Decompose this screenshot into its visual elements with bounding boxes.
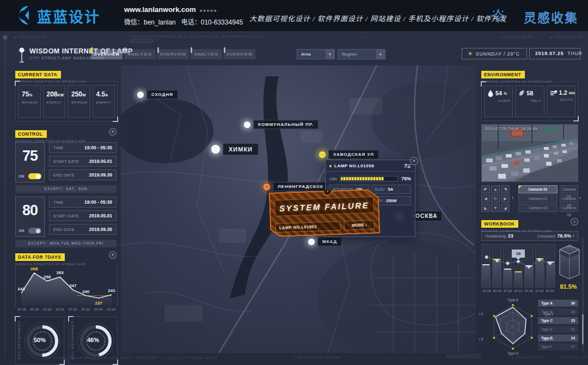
camera-feed[interactable]: 2019.07.25 THUR 18:26:09 (481, 124, 578, 182)
decor-text: ■TRAVEL BOTH (14, 35, 46, 39)
workbook-total-pct: 81.5% (556, 283, 580, 290)
camera-02-button[interactable]: Camera 02 (518, 194, 558, 203)
map-pin-mkad[interactable]: МКАД (308, 237, 342, 246)
svg-text:240: 240 (82, 289, 90, 294)
tab-analysis-2[interactable]: ANALYSIS (191, 49, 222, 59)
camera-01-button[interactable]: Camera 01 (518, 185, 558, 193)
humidity-icon (487, 89, 494, 97)
pan-up-button[interactable]: ▲ (491, 185, 500, 193)
more-button[interactable]: MORE › (344, 220, 375, 230)
current-data-panel: 75% BRINESS 208KW ENERGY 250W BRINESS 4.… (15, 81, 118, 121)
lbn-value: 75% (401, 176, 411, 181)
pan-left-button[interactable]: ◀ (481, 194, 490, 203)
weather-chip: ☀SUNNDAY / 29°C (462, 48, 527, 59)
camera-list-col2: Camera 04 Camera 05 Camera 06 (560, 185, 578, 212)
map-pin-kommunalny[interactable]: КОММУНАЛЬНЫЙ ПР. (244, 120, 318, 129)
legend-type-a[interactable]: Type A36 (538, 300, 578, 307)
refresh-icon[interactable]: ↻ (491, 194, 500, 203)
camera-list-next-icon[interactable]: › (579, 194, 585, 203)
dim-level-box: 80 ON (15, 197, 45, 237)
stat-tile-ampere: 4.5A ENERGY (93, 85, 115, 118)
env-tile-wind: 1.2m/s SOUTH (547, 86, 576, 117)
leaf-icon (518, 89, 525, 97)
camera-04-button[interactable]: Camera 04 (560, 185, 578, 193)
lamp-toggle[interactable] (28, 228, 41, 234)
map-pin-leningradskoe[interactable]: ЛЕНИНГРАДСКОЕ Ш (264, 182, 335, 191)
pan-down-left-button[interactable]: ◣ (481, 204, 490, 212)
decor-text: ■TRAVEL BOTH (501, 35, 533, 39)
popup-cell-dleu: DLEU 5A (371, 185, 411, 194)
week-chart: 243268258263247240237241 (15, 264, 118, 307)
control-title: CONTROL RUNNING CONDITION OF STREETLAMP (15, 128, 86, 143)
lanlan-logo-icon (12, 5, 34, 26)
wind-icon (550, 89, 558, 96)
sliders-icon[interactable] (404, 163, 411, 168)
pan-up-left-button[interactable]: ◤ (481, 185, 490, 193)
failure-title: SYSTEM FAILURE (279, 200, 370, 213)
map-zoom-scrollbar (582, 238, 584, 352)
svg-text:Type E: Type E (479, 337, 484, 342)
end-date-row: END DATE2019.09.30 (49, 224, 117, 235)
camera-06-button[interactable]: Camera 06 (560, 204, 578, 212)
map-pin-zavodskaya[interactable]: ЗАВОДСКАЯ УЛ (319, 150, 379, 159)
map-pin-khimki[interactable]: ХИМКИ (211, 143, 259, 155)
area-select[interactable]: Area ▾ (297, 49, 335, 59)
decor-text: ■TRAVEL BOTH (512, 356, 544, 359)
brightness-bar[interactable] (340, 176, 398, 181)
except-days: EXCEPT：SAT、SUN (15, 185, 117, 193)
legend-type-d[interactable]: Type D31 (538, 326, 578, 333)
pan-right-button[interactable]: ▶ (501, 194, 510, 203)
start-date-row: START DATE2019.05.01 (49, 156, 117, 167)
region-select[interactable]: Region ▾ (338, 49, 385, 59)
tab-overview-2[interactable]: OVERVIEW (157, 49, 189, 59)
map-pin-skhodnya[interactable]: СХОДНЯ (137, 90, 178, 99)
contact-info: 微信：ben_lanlan 电话：010-63334945 (124, 17, 243, 26)
legend-type-b[interactable]: Type B28 (538, 308, 578, 315)
tab-analysis-1[interactable]: ANALYSIS (124, 49, 156, 59)
decor-text: ■TRAVEL BOTH (550, 35, 582, 39)
dashboard: ■TRAVEL BOTH THE ROADS DIVERGED IN A YEL… (0, 31, 588, 365)
week-chart-xlabels: 07.1807.1907.2007.2107.2207.2307.2407.24 (15, 308, 118, 311)
svg-text:258: 258 (44, 275, 51, 279)
state-label: ON (19, 174, 24, 178)
camera-list-prev-icon[interactable]: ‹ (512, 194, 517, 203)
svg-text:Type A: Type A (507, 298, 519, 302)
lamp-toggle[interactable] (28, 173, 41, 179)
pan-down-button[interactable]: ▼ (491, 204, 500, 212)
camera-05-button[interactable]: Camera 05 (560, 194, 578, 203)
gauge-value: 50% (16, 337, 64, 343)
add-control-button[interactable]: + (109, 128, 117, 136)
end-date-row: END DATE2019.09.30 (49, 169, 117, 180)
dim-level-value: 80 (16, 202, 44, 219)
svg-text:241: 241 (108, 288, 115, 293)
pan-up-right-button[interactable]: ◥ (501, 185, 510, 193)
pin-dot-icon (244, 121, 250, 128)
workbook-stats: Outstanding: 23 Compared: 76.5% ↑ (481, 231, 578, 241)
brand-name: 蓝蓝设计 (37, 5, 100, 27)
tab-overview-1[interactable]: OVERVIEW (91, 49, 122, 59)
arrows-decor: ▸▸▸▸▸ (200, 8, 218, 13)
decor-progress: ―――――――――▭――――――― (327, 35, 391, 39)
camera-list-col1: Camera 01 Camera 02 Camera 03 (518, 185, 558, 212)
expand-week-chart-button[interactable]: + (109, 251, 117, 259)
close-icon[interactable]: × (410, 157, 418, 165)
stat-tile-briness: 75% BRINESS (18, 85, 41, 118)
decor-text: THE ROADS DIVERGED (294, 356, 341, 359)
camera-03-button[interactable]: Camera 03 (518, 204, 558, 212)
3d-cube-gauge (559, 244, 580, 280)
svg-text:268: 268 (30, 266, 38, 271)
tab-overview-3[interactable]: OVERVIEW (224, 49, 255, 59)
legend-type-f[interactable]: Type F37 (538, 343, 578, 350)
pan-down-right-button[interactable]: ◢ (501, 204, 510, 212)
svg-text:237: 237 (95, 301, 103, 306)
website-link[interactable]: www.lanlanwork.com▸▸▸▸▸ (124, 5, 218, 14)
legend-type-e[interactable]: Type E24 (538, 334, 578, 342)
legend-type-c[interactable]: Type C25 (538, 317, 578, 324)
services-list: 大数据可视化设计 / 软件界面设计 / 网站建设 / 手机及小程序设计 / 软件… (249, 13, 506, 23)
environment-panel: 54% HUMID 58 PM2.5 1.2m/s SOUTH (481, 82, 578, 121)
traffic-photo (482, 125, 578, 181)
scrollbar-handle[interactable] (582, 314, 584, 344)
camera-pan-controls: ◤ ▲ ◥ ◀ ↻ ▶ ◣ ▼ ◢ (481, 185, 510, 212)
env-tile-pm25: 58 PM2.5 (515, 86, 544, 117)
workbook-more-button[interactable]: › (571, 218, 578, 226)
